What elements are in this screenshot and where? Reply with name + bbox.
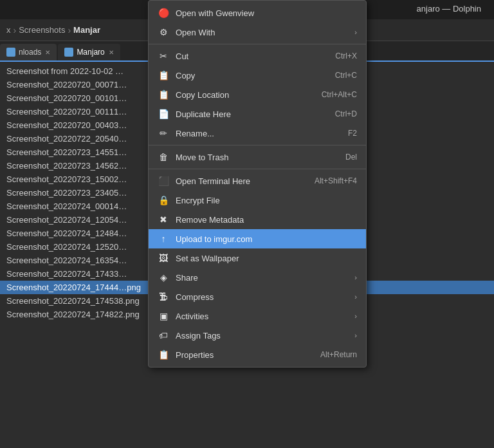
menu-item-open-with[interactable]: ⚙Open With›: [149, 23, 366, 42]
duplicate-icon: 📄: [158, 108, 169, 120]
menu-item-open-gwenview[interactable]: 🔴Open with Gwenview: [149, 3, 366, 23]
context-menu: 🔴Open with Gwenview⚙Open With›✂CutCtrl+X…: [148, 0, 367, 368]
menu-item-duplicate[interactable]: 📄Duplicate HereCtrl+D: [149, 104, 366, 124]
gwenview-icon: 🔴: [158, 7, 169, 19]
menu-item-compress[interactable]: 🗜Compress›: [149, 287, 366, 306]
submenu-arrow-compress: ›: [354, 293, 357, 301]
breadcrumb-sep-1: ›: [14, 25, 17, 35]
menu-item-cut[interactable]: ✂CutCtrl+X: [149, 46, 366, 66]
properties-icon: 📋: [158, 349, 169, 360]
menu-item-label-encrypt: Encrypt File: [176, 196, 357, 205]
tab-close-manjaro[interactable]: ✕: [109, 49, 114, 56]
menu-shortcut-duplicate: Ctrl+D: [335, 109, 357, 118]
breadcrumb-current[interactable]: Manjar: [73, 25, 100, 35]
menu-item-label-upload-imgur: Upload to imgur.com: [176, 234, 357, 244]
menu-item-label-copy-location: Copy Location: [176, 90, 309, 100]
menu-divider: [149, 169, 366, 169]
tab-manjaro[interactable]: Manjaro ✕: [58, 44, 120, 61]
submenu-arrow-share: ›: [354, 274, 357, 281]
menu-shortcut-move-to-trash: Del: [345, 153, 357, 162]
breadcrumb-item-2[interactable]: Screenshots: [19, 25, 65, 35]
copy-icon: 📋: [158, 70, 169, 81]
submenu-arrow-activities: ›: [354, 312, 357, 320]
menu-item-label-duplicate: Duplicate Here: [176, 109, 322, 119]
menu-item-label-rename: Rename...: [176, 129, 335, 138]
wallpaper-icon: 🖼: [158, 252, 169, 264]
terminal-icon: ⬛: [158, 175, 169, 187]
menu-item-open-terminal[interactable]: ⬛Open Terminal HereAlt+Shift+F4: [149, 171, 366, 191]
menu-item-label-open-with: Open With: [176, 28, 348, 37]
window-title: anjaro — Dolphin: [417, 4, 481, 14]
menu-item-upload-imgur[interactable]: ↑Upload to imgur.com: [149, 229, 366, 248]
menu-shortcut-open-terminal: Alt+Shift+F4: [315, 176, 357, 185]
menu-shortcut-properties: Alt+Return: [320, 350, 357, 359]
tab-label-manjaro: Manjaro: [77, 48, 104, 57]
menu-item-label-open-terminal: Open Terminal Here: [176, 176, 302, 186]
menu-item-label-compress: Compress: [176, 292, 348, 302]
menu-item-encrypt[interactable]: 🔒Encrypt File: [149, 191, 366, 210]
menu-divider: [149, 44, 366, 44]
tag-icon: 🏷: [158, 330, 169, 341]
menu-shortcut-copy: Ctrl+C: [335, 71, 357, 80]
menu-item-rename[interactable]: ✏Rename...F2: [149, 124, 366, 143]
menu-divider: [149, 145, 366, 145]
menu-item-set-wallpaper[interactable]: 🖼Set as Wallpaper: [149, 248, 366, 268]
menu-item-assign-tags[interactable]: 🏷Assign Tags›: [149, 326, 366, 345]
pencil-icon: ✏: [158, 127, 169, 139]
share-icon: ◈: [158, 272, 169, 283]
menu-item-move-to-trash[interactable]: 🗑Move to TrashDel: [149, 147, 366, 167]
menu-item-copy-location[interactable]: 📋Copy LocationCtrl+Alt+C: [149, 85, 366, 104]
menu-item-label-share: Share: [176, 273, 348, 283]
menu-item-activities[interactable]: ▣Activities›: [149, 306, 366, 326]
menu-item-label-properties: Properties: [176, 350, 307, 360]
tab-downloads[interactable]: nloads ✕: [0, 44, 57, 61]
submenu-arrow-assign-tags: ›: [354, 331, 357, 339]
remove-icon: ✖: [158, 214, 169, 225]
menu-item-label-assign-tags: Assign Tags: [176, 331, 348, 341]
menu-item-label-remove-metadata: Remove Metadata: [176, 215, 357, 225]
upload-icon: ↑: [158, 233, 169, 245]
copy-location-icon: 📋: [158, 89, 169, 100]
menu-item-label-move-to-trash: Move to Trash: [176, 153, 333, 162]
breadcrumb-sep-2: ›: [68, 25, 71, 35]
tab-label-downloads: nloads: [19, 48, 41, 57]
tab-icon-manjaro: [64, 48, 73, 57]
breadcrumb-item-1[interactable]: x: [6, 25, 11, 35]
gear-icon: ⚙: [158, 26, 169, 38]
compress-icon: 🗜: [158, 291, 169, 303]
menu-item-properties[interactable]: 📋PropertiesAlt+Return: [149, 345, 366, 364]
tab-icon-downloads: [6, 48, 15, 57]
trash-icon: 🗑: [158, 151, 169, 163]
scissors-icon: ✂: [158, 50, 169, 62]
menu-item-label-cut: Cut: [176, 51, 322, 61]
activities-icon: ▣: [158, 310, 169, 322]
menu-item-label-activities: Activities: [176, 312, 348, 321]
menu-shortcut-rename: F2: [348, 129, 357, 138]
lock-icon: 🔒: [158, 194, 169, 206]
menu-shortcut-cut: Ctrl+X: [335, 51, 357, 61]
menu-item-share[interactable]: ◈Share›: [149, 268, 366, 287]
menu-shortcut-copy-location: Ctrl+Alt+C: [322, 90, 357, 99]
tab-close-downloads[interactable]: ✕: [45, 49, 50, 56]
menu-item-label-set-wallpaper: Set as Wallpaper: [176, 254, 357, 263]
menu-item-label-copy: Copy: [176, 71, 322, 80]
menu-item-remove-metadata[interactable]: ✖Remove Metadata: [149, 210, 366, 229]
menu-item-label-open-gwenview: Open with Gwenview: [176, 8, 357, 18]
menu-item-copy[interactable]: 📋CopyCtrl+C: [149, 66, 366, 85]
submenu-arrow-open-with: ›: [354, 28, 357, 36]
